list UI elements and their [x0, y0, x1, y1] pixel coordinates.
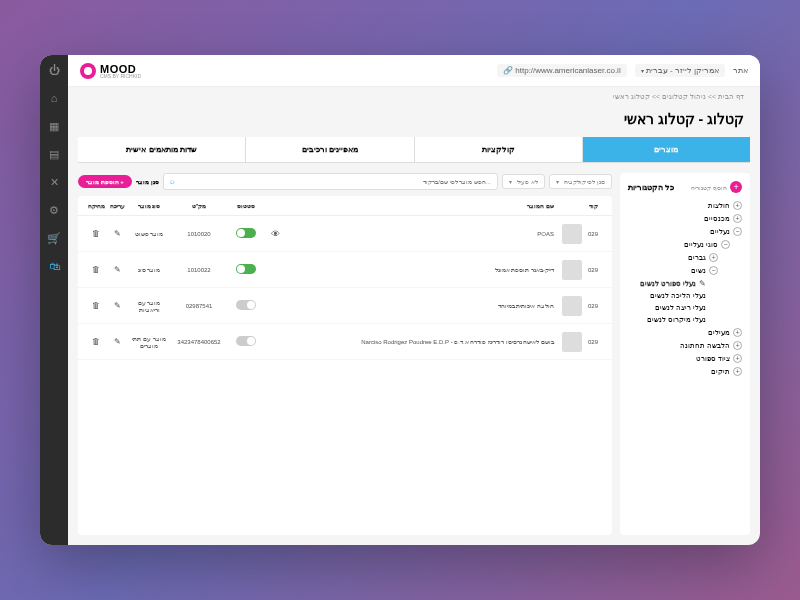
gear-icon[interactable]: ⚙: [47, 203, 61, 217]
status-toggle[interactable]: [236, 228, 256, 238]
table-row: 029 POAS 👁 1010020 מוצר פשוט ✎ 🗑: [78, 216, 612, 252]
logo: MOOD CMS BY RICHKID: [80, 63, 141, 79]
tools-icon[interactable]: ✕: [47, 175, 61, 189]
tab-products[interactable]: מוצרים: [582, 137, 750, 162]
edit-icon[interactable]: ✎: [114, 337, 121, 346]
product-panel: סנן לפי קולקציה לא פעיל ⌕ סנן מוצר + הוס…: [78, 173, 612, 535]
bag-icon[interactable]: 🛍: [47, 259, 61, 273]
add-category[interactable]: + הוסף קטגוריה: [691, 181, 742, 193]
table-header: קוד שם המוצר סטטוס מק"ט סוג מוצר עריכה מ…: [78, 196, 612, 216]
plus-icon: +: [730, 181, 742, 193]
status-toggle[interactable]: [236, 264, 256, 274]
edit-icon[interactable]: ✎: [114, 229, 121, 238]
logo-icon: [80, 63, 96, 79]
tree-item[interactable]: +חולצות: [628, 199, 742, 212]
tab-collections[interactable]: קולקציות: [414, 137, 582, 162]
tree-item[interactable]: −סוגי נעליים: [628, 238, 730, 251]
tree-item[interactable]: +ציוד ספורט: [628, 352, 742, 365]
table-row: 029 חולצה איכותית במיוחד 02987541 מוצר ע…: [78, 288, 612, 324]
breadcrumb: דף הבית >> ניהול קטלוגים >> קטלוג ראשי: [68, 87, 760, 107]
tree-item[interactable]: +גברים: [628, 251, 718, 264]
search-box[interactable]: ⌕: [163, 173, 498, 190]
table-row: 029 בושם לאישה נרסיסו רודריגז פודרה א.ד.…: [78, 324, 612, 360]
tree-item[interactable]: +מכנסיים: [628, 212, 742, 225]
tree-item[interactable]: נעלי ריצה לנשים: [628, 302, 706, 314]
page-title: קטלוג - קטלוג ראשי: [68, 107, 760, 137]
edit-icon[interactable]: ✎: [114, 265, 121, 274]
delete-icon[interactable]: 🗑: [92, 301, 100, 310]
product-thumb: [562, 296, 582, 316]
tree-item[interactable]: נעלי מיקרוס לנשים: [628, 314, 706, 326]
edit-icon[interactable]: ✎: [114, 301, 121, 310]
filter-active[interactable]: לא פעיל: [502, 174, 545, 189]
main-sidebar: ⏻ ⌂ ▦ ▤ ✕ ⚙ 🛒 🛍: [40, 55, 68, 545]
tree-item[interactable]: נעלי הליכה לנשים: [628, 290, 706, 302]
category-tree: +חולצות+מכנסיים−נעליים−סוגי נעליים+גברים…: [628, 199, 742, 378]
product-thumb: [562, 224, 582, 244]
tree-item[interactable]: +תיקים: [628, 365, 742, 378]
cart-icon[interactable]: 🛒: [47, 231, 61, 245]
table-row: 029 דייק-באגר תוספת אמוגל 1010022 מוצר ס…: [78, 252, 612, 288]
tree-item[interactable]: +מעילים: [628, 326, 742, 339]
delete-icon[interactable]: 🗑: [92, 337, 100, 346]
tree-item[interactable]: −נעליים: [628, 225, 742, 238]
tree-item[interactable]: −נשים: [628, 264, 718, 277]
filter-collection[interactable]: סנן לפי קולקציה: [549, 174, 612, 189]
site-selector[interactable]: אמריקן לייזר - עברית: [635, 64, 725, 77]
product-thumb: [562, 332, 582, 352]
delete-icon[interactable]: 🗑: [92, 229, 100, 238]
product-thumb: [562, 260, 582, 280]
grid-icon[interactable]: ▦: [47, 119, 61, 133]
add-product-button[interactable]: + הוספת מוצר: [78, 175, 132, 188]
search-icon[interactable]: ⌕: [170, 177, 175, 186]
home-icon[interactable]: ⌂: [47, 91, 61, 105]
status-toggle[interactable]: [236, 300, 256, 310]
tree-item[interactable]: ✎ נעלי ספורט לנשים: [628, 277, 706, 290]
category-panel: + הוסף קטגוריה כל הקטגוריות +חולצות+מכנס…: [620, 173, 750, 535]
tabs: מוצרים קולקציות מאפיינים ורכיבים שדות מו…: [78, 137, 750, 163]
topbar: אתר אמריקן לייזר - עברית 🔗 http://www.am…: [68, 55, 760, 87]
search-input[interactable]: [179, 179, 491, 185]
power-icon[interactable]: ⏻: [47, 63, 61, 77]
delete-icon[interactable]: 🗑: [92, 265, 100, 274]
site-prefix: אתר: [733, 66, 748, 75]
status-toggle[interactable]: [236, 336, 256, 346]
eye-icon[interactable]: 👁: [271, 229, 280, 239]
sort-label[interactable]: סנן מוצר: [136, 178, 159, 185]
tab-custom-fields[interactable]: שדות מותאמים אישית: [78, 137, 245, 162]
product-table: קוד שם המוצר סטטוס מק"ט סוג מוצר עריכה מ…: [78, 196, 612, 535]
page-icon[interactable]: ▤: [47, 147, 61, 161]
url-display: 🔗 http://www.americanlaser.co.il: [497, 64, 627, 77]
tab-attributes[interactable]: מאפיינים ורכיבים: [245, 137, 413, 162]
categories-title: כל הקטגוריות: [628, 183, 674, 192]
tree-item[interactable]: +הלבשה תחתונה: [628, 339, 742, 352]
